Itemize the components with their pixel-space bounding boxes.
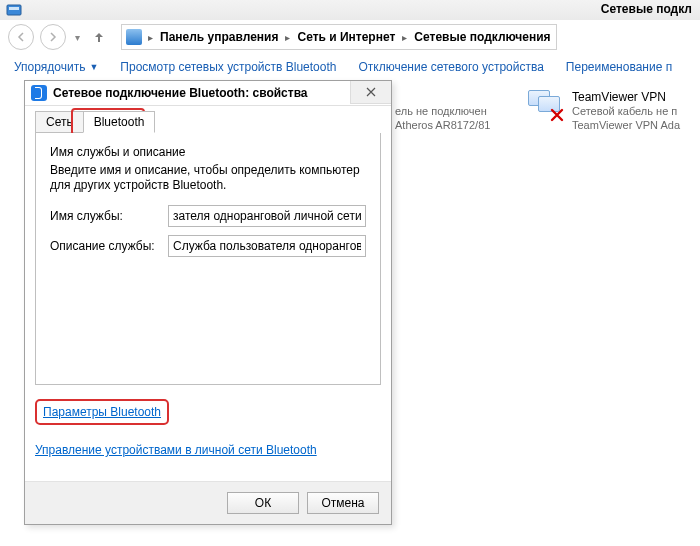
svg-rect-1 [9, 7, 19, 10]
highlight-annotation: Параметры Bluetooth [35, 399, 169, 425]
service-name-input[interactable] [168, 205, 366, 227]
toolbar-label: Упорядочить [14, 60, 85, 74]
section-description: Введите имя и описание, чтобы определить… [50, 163, 366, 193]
organize-menu[interactable]: Упорядочить ▼ [14, 60, 98, 74]
network-adapter-icon [528, 90, 564, 120]
adapter-name: TeamViewer VPN [572, 90, 680, 104]
ok-button[interactable]: ОК [227, 492, 299, 514]
dialog-title: Сетевое подключение Bluetooth: свойства [53, 86, 308, 100]
manage-pan-devices-link[interactable]: Управление устройствами в личной сети Bl… [35, 443, 317, 457]
tab-bluetooth[interactable]: Bluetooth [83, 111, 156, 133]
navigation-bar: ▾ ▸ Панель управления ▸ Сеть и Интернет … [0, 20, 700, 55]
toolbar: Упорядочить ▼ Просмотр сетевых устройств… [0, 54, 700, 80]
service-name-label: Имя службы: [50, 209, 158, 223]
forward-button[interactable] [40, 24, 66, 50]
control-panel-icon [6, 2, 22, 18]
dialog-button-row: ОК Отмена [25, 481, 391, 524]
breadcrumb-item[interactable]: Сетевые подключения [411, 30, 553, 44]
location-icon [126, 29, 142, 45]
chevron-right-icon: ▸ [144, 32, 157, 43]
cancel-button[interactable]: Отмена [307, 492, 379, 514]
properties-dialog: Сетевое подключение Bluetooth: свойства … [24, 80, 392, 525]
chevron-down-icon: ▼ [89, 62, 98, 72]
disconnected-icon [550, 108, 564, 122]
service-desc-input[interactable] [168, 235, 366, 257]
chevron-right-icon: ▸ [398, 32, 411, 43]
back-button[interactable] [8, 24, 34, 50]
adapter-item[interactable]: ель не подключен Atheros AR8172/81 [395, 104, 490, 164]
history-dropdown-icon[interactable]: ▾ [72, 32, 83, 43]
link-manage-row: Управление устройствами в личной сети Bl… [35, 443, 381, 457]
adapter-driver: Atheros AR8172/81 [395, 118, 490, 132]
bluetooth-icon [31, 85, 47, 101]
tab-panel-bluetooth: Имя службы и описание Введите имя и опис… [35, 133, 381, 385]
window-titlebar: Сетевые подкл [0, 0, 700, 21]
bluetooth-params-link[interactable]: Параметры Bluetooth [43, 405, 161, 419]
chevron-right-icon: ▸ [281, 32, 294, 43]
adapter-status: Сетевой кабель не п [572, 104, 680, 118]
breadcrumb-item[interactable]: Панель управления [157, 30, 281, 44]
breadcrumb-item[interactable]: Сеть и Интернет [294, 30, 398, 44]
service-desc-label: Описание службы: [50, 239, 158, 253]
adapter-item-teamviewer[interactable]: TeamViewer VPN Сетевой кабель не п TeamV… [528, 90, 680, 150]
dialog-titlebar[interactable]: Сетевое подключение Bluetooth: свойства [25, 81, 391, 106]
up-button[interactable] [89, 27, 109, 47]
service-desc-row: Описание службы: [50, 235, 366, 257]
tab-network[interactable]: Сеть [35, 111, 84, 133]
view-bluetooth-devices[interactable]: Просмотр сетевых устройств Bluetooth [120, 60, 336, 74]
adapter-driver: TeamViewer VPN Ada [572, 118, 680, 132]
close-button[interactable] [350, 81, 391, 104]
tab-row: Сеть Bluetooth [35, 111, 381, 133]
disable-device[interactable]: Отключение сетевого устройства [358, 60, 543, 74]
dialog-body: Сеть Bluetooth Имя службы и описание Вве… [35, 111, 381, 482]
service-name-row: Имя службы: [50, 205, 366, 227]
window-title: Сетевые подкл [601, 2, 692, 16]
link-params-row: Параметры Bluetooth [35, 399, 381, 425]
section-heading: Имя службы и описание [50, 145, 366, 159]
adapter-status: ель не подключен [395, 104, 490, 118]
close-icon [366, 87, 376, 97]
breadcrumb[interactable]: ▸ Панель управления ▸ Сеть и Интернет ▸ … [121, 24, 557, 50]
rename-connection[interactable]: Переименование п [566, 60, 672, 74]
